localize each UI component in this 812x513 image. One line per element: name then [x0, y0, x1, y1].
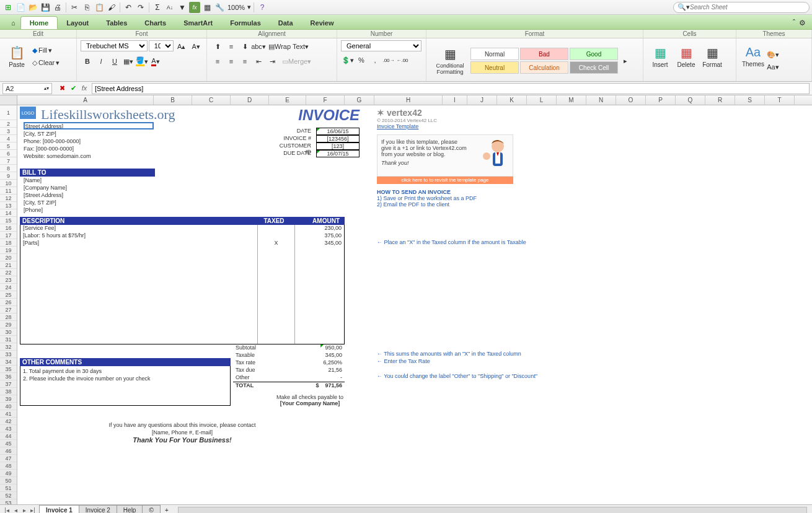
decrease-decimal-icon[interactable]: ←.00	[395, 54, 409, 66]
merge-button[interactable]: ▭ Merge▾	[279, 55, 314, 68]
fx-icon[interactable]: fx	[79, 84, 89, 92]
col-header-R[interactable]: R	[705, 95, 735, 105]
sort-icon[interactable]: A↓	[164, 2, 175, 13]
border-icon[interactable]: ▦▾	[121, 55, 135, 68]
styles-more-icon[interactable]: ▸	[619, 55, 632, 67]
select-all-corner[interactable]	[0, 95, 17, 105]
col-header-S[interactable]: S	[735, 95, 765, 105]
tab-review[interactable]: Review	[302, 17, 343, 29]
col-header-Q[interactable]: Q	[676, 95, 705, 105]
sheet-tab-invoice1[interactable]: Invoice 1	[39, 505, 79, 513]
row-header-21[interactable]: 21	[0, 261, 17, 269]
format-button[interactable]: ▦Format	[699, 40, 725, 72]
cut-icon[interactable]: ✂	[69, 2, 80, 13]
style-calculation[interactable]: Calculation	[520, 61, 568, 74]
delete-button[interactable]: ▦Delete	[673, 40, 699, 72]
shrink-font-icon[interactable]: A▾	[189, 40, 203, 53]
row-header-24[interactable]: 24	[0, 284, 17, 291]
align-bottom-icon[interactable]: ⬇	[238, 40, 252, 53]
row-header-45[interactable]: 45	[0, 440, 17, 447]
theme-fonts-icon[interactable]: Aa▾	[766, 61, 780, 73]
tab-tables[interactable]: Tables	[97, 17, 136, 29]
col-header-E[interactable]: E	[269, 95, 306, 105]
underline-icon[interactable]: U	[108, 55, 121, 68]
indent-icon[interactable]: ⇥	[265, 55, 279, 68]
col-header-B[interactable]: B	[154, 95, 192, 105]
undo-icon[interactable]: ↶	[123, 2, 134, 13]
row-header-5[interactable]: 5	[0, 142, 17, 150]
settings-gear-icon[interactable]: ⚙	[799, 19, 806, 27]
row-header-3[interactable]: 3	[0, 128, 17, 135]
align-center-icon[interactable]: ≡	[224, 55, 238, 68]
tab-formulas[interactable]: Formulas	[221, 17, 270, 29]
horizontal-scrollbar[interactable]	[178, 507, 807, 514]
row-header-6[interactable]: 6	[0, 150, 17, 157]
row-header-39[interactable]: 39	[0, 395, 17, 403]
copy-icon[interactable]: ⎘	[81, 2, 92, 13]
paste-button[interactable]: 📋Paste	[4, 40, 30, 72]
row-header-51[interactable]: 51	[0, 484, 17, 492]
search-input[interactable]	[690, 4, 805, 11]
row-header-35[interactable]: 35	[0, 366, 17, 373]
row-header-27[interactable]: 27	[0, 306, 17, 314]
italic-icon[interactable]: I	[94, 55, 108, 68]
print-icon[interactable]: 🖨	[52, 2, 63, 13]
col-header-H[interactable]: H	[374, 95, 443, 105]
invoice-template-link[interactable]: Invoice Template	[377, 123, 418, 129]
row-header-32[interactable]: 32	[0, 343, 17, 351]
col-header-A[interactable]: A	[17, 95, 154, 105]
row-header-2[interactable]: 2	[0, 120, 17, 128]
row-header-17[interactable]: 17	[0, 232, 17, 239]
sheet-content[interactable]: LOGO Lifeskillsworksheets.org INVOICE [S…	[17, 105, 812, 504]
row-header-14[interactable]: 14	[0, 209, 17, 217]
toolbox-icon[interactable]: 🔧	[214, 2, 225, 13]
row-header-11[interactable]: 11	[0, 187, 17, 195]
sheet-tab-invoice2[interactable]: Invoice 2	[79, 505, 117, 513]
row-header-12[interactable]: 12	[0, 195, 17, 202]
row-header-10[interactable]: 10	[0, 180, 17, 187]
style-neutral[interactable]: Neutral	[470, 61, 519, 74]
row-header-50[interactable]: 50	[0, 477, 17, 484]
save-icon[interactable]: 💾	[40, 2, 51, 13]
next-sheet-icon[interactable]: ▸	[20, 507, 29, 513]
sheet-tab-copyright[interactable]: ©	[142, 505, 160, 513]
outdent-icon[interactable]: ⇤	[252, 55, 265, 68]
excel-icon[interactable]: ⊞	[2, 2, 14, 13]
col-header-M[interactable]: M	[557, 95, 586, 105]
spreadsheet-grid[interactable]: ABCDEFGHIJKLMNOPQRST 1234567891011121314…	[0, 95, 812, 504]
themes-button[interactable]: AaThemes	[740, 40, 766, 72]
first-sheet-icon[interactable]: |◂	[2, 507, 11, 513]
row-header-41[interactable]: 41	[0, 410, 17, 418]
new-icon[interactable]: 📄	[15, 2, 26, 13]
tab-smartart[interactable]: SmartArt	[175, 17, 221, 29]
row-header-44[interactable]: 44	[0, 432, 17, 440]
number-format-select[interactable]: General	[341, 40, 421, 51]
align-top-icon[interactable]: ⬆	[211, 40, 224, 53]
row-header-8[interactable]: 8	[0, 165, 17, 172]
collapse-ribbon-icon[interactable]: ˆ	[793, 19, 795, 27]
help-icon[interactable]: ?	[257, 2, 268, 13]
row-header-19[interactable]: 19	[0, 247, 17, 254]
formula-input[interactable]	[92, 83, 810, 94]
fill-color-icon[interactable]: 🪣▾	[135, 55, 149, 68]
currency-icon[interactable]: 💲▾	[341, 54, 355, 66]
row-header-53[interactable]: 53	[0, 499, 17, 504]
increase-decimal-icon[interactable]: .00→	[382, 54, 395, 66]
format-painter-icon[interactable]: 🖌	[106, 2, 117, 13]
col-header-L[interactable]: L	[527, 95, 557, 105]
row-header-20[interactable]: 20	[0, 254, 17, 261]
col-header-T[interactable]: T	[765, 95, 795, 105]
add-sheet-button[interactable]: +	[161, 507, 173, 513]
enter-icon[interactable]: ✔	[68, 84, 78, 92]
fx-icon[interactable]: fx	[189, 2, 200, 13]
row-header-49[interactable]: 49	[0, 470, 17, 477]
conditional-formatting-button[interactable]: ▦Conditional Formatting	[430, 45, 470, 77]
style-normal[interactable]: Normal	[470, 48, 519, 60]
home-tab-icon[interactable]: ⌂	[6, 17, 20, 29]
row-header-1[interactable]: 1	[0, 105, 17, 120]
row-header-22[interactable]: 22	[0, 269, 17, 276]
click-here-bar[interactable]: click here to to revisit the template pa…	[377, 176, 513, 184]
search-box[interactable]: 🔍▾	[673, 2, 810, 13]
grow-font-icon[interactable]: A▴	[175, 40, 188, 53]
row-header-52[interactable]: 52	[0, 492, 17, 499]
